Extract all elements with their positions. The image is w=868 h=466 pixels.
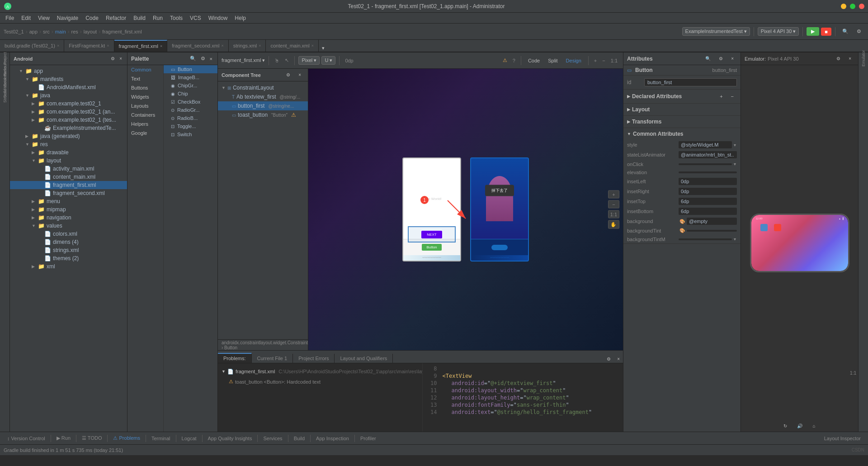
maximize-button[interactable] xyxy=(850,4,855,9)
design-fit-btn[interactable]: 1:1 xyxy=(609,57,619,64)
design-margin-btn[interactable]: 0dp xyxy=(343,57,355,64)
palette-item-checkbox[interactable]: ☑ CheckBox xyxy=(164,98,217,106)
palette-cat-common[interactable]: Common xyxy=(127,65,163,74)
comp-constraint-layout[interactable]: ▼ ⊞ ConstraintLayout xyxy=(218,83,308,92)
fit-canvas-btn[interactable]: 1:1 xyxy=(608,210,619,219)
attr-close-btn[interactable]: × xyxy=(728,55,737,62)
profiler-btn[interactable]: Profiler xyxy=(357,435,380,442)
tree-item-fragment-second[interactable]: ▶ 📄 fragment_second.xml xyxy=(10,189,127,197)
palette-settings-button[interactable]: ⚙ xyxy=(199,55,207,62)
attr-value-backgroundtintm[interactable] xyxy=(679,238,732,240)
palette-item-chip[interactable]: ◉ Chip xyxy=(164,90,217,98)
menu-vcs[interactable]: VCS xyxy=(186,14,205,22)
run-config-dropdown[interactable]: ExampleInstrumentedTest ▾ xyxy=(682,27,750,36)
tree-item-navigation[interactable]: ▶ 📁 navigation xyxy=(10,214,127,222)
breadcrumb-layout[interactable]: layout xyxy=(84,29,97,34)
attr-dropdown-btn[interactable]: ▾ xyxy=(733,142,737,148)
attr-dropdown-btn-onclick[interactable]: ▾ xyxy=(733,161,737,167)
tree-item-drawable[interactable]: ▶ 📁 drawable xyxy=(10,148,127,157)
tab-close-icon[interactable]: × xyxy=(107,43,109,48)
remove-attr-btn[interactable]: − xyxy=(728,92,737,100)
breadcrumb-test02[interactable]: Test02_1 xyxy=(4,29,24,34)
comp-toast-button[interactable]: ▶ ▭ toast_button "Button" ⚠ xyxy=(218,110,308,119)
menu-edit[interactable]: Edit xyxy=(18,14,34,22)
palette-cat-buttons[interactable]: Buttons xyxy=(127,83,163,92)
comp-button-first[interactable]: ▶ ▭ button_first @string/ne... xyxy=(218,101,308,110)
layout-inspector-btn[interactable]: Layout Inspector xyxy=(821,435,864,442)
tab-content-main-xml[interactable]: content_main.xml × xyxy=(266,40,318,52)
tree-item-fragment-first[interactable]: ▶ 📄 fragment_first.xml xyxy=(10,181,127,189)
build-dock-btn[interactable]: Build xyxy=(290,435,308,442)
services-btn[interactable]: Services xyxy=(259,435,286,442)
tree-item-xml[interactable]: ▶ 📁 xml xyxy=(10,262,127,271)
tab-close-icon[interactable]: × xyxy=(160,44,162,48)
emulator-home-btn[interactable]: ⌂ xyxy=(809,422,818,430)
menu-navigate[interactable]: Navigate xyxy=(53,14,82,22)
attr-settings-btn[interactable]: ⚙ xyxy=(716,55,726,62)
attr-paint-icon-tint[interactable]: 🎨 xyxy=(679,228,686,233)
tab-fragment-first-xml[interactable]: fragment_first.xml × xyxy=(114,40,168,52)
design-warn-btn[interactable]: ⚠ xyxy=(501,57,509,64)
breadcrumb-file[interactable]: fragment_first.xml xyxy=(102,29,142,34)
problem-file-item[interactable]: ▼ 📄 fragment_first.xml C:\Users\HP\Andro… xyxy=(220,365,420,378)
problems-dock-btn[interactable]: ⚠ Problems xyxy=(109,434,144,442)
palette-cat-layouts[interactable]: Layouts xyxy=(127,101,163,110)
version-control-btn[interactable]: ↕ Version Control xyxy=(4,435,49,442)
tree-item-res[interactable]: ▼ 📁 res xyxy=(10,140,127,148)
tree-item-manifests[interactable]: ▼ 📁 manifests xyxy=(10,75,127,83)
attr-dropdown-btn-bgtintm[interactable]: ▾ xyxy=(733,236,737,242)
tab-first-fragment-kt[interactable]: FirstFragment.kt × xyxy=(64,40,114,52)
tab-close-icon[interactable]: × xyxy=(259,43,261,48)
tab-project-errors[interactable]: Project Errors xyxy=(293,354,335,363)
design-api-dropdown[interactable]: U ▾ xyxy=(321,56,335,65)
common-attributes-header[interactable]: ▼ Common Attributes xyxy=(623,128,741,140)
menu-window[interactable]: Window xyxy=(205,14,231,22)
device-dropdown[interactable]: Pixel 4 API 30 ▾ xyxy=(758,27,799,36)
design-mode-btn[interactable]: 🖱 xyxy=(273,57,281,64)
palette-item-button[interactable]: ▭ Button xyxy=(164,65,217,73)
tree-item-java[interactable]: ▼ 📁 java xyxy=(10,91,127,100)
component-tree-close-btn[interactable]: × xyxy=(295,71,304,79)
tree-item-package2[interactable]: ▶ 📁 com.example.test02_1 (an... xyxy=(10,108,127,116)
emulator-rotate-btn[interactable]: ↻ xyxy=(780,422,790,430)
design-design-btn[interactable]: Design xyxy=(563,57,585,65)
menu-build[interactable]: Build xyxy=(130,14,149,22)
tree-item-dimens[interactable]: ▶ 📄 dimens (4) xyxy=(10,238,127,246)
attr-value-insetbottom[interactable]: 6dp xyxy=(679,208,737,215)
problems-settings-btn[interactable]: ⚙ xyxy=(604,355,614,363)
app-inspection-btn[interactable]: App Inspection xyxy=(312,435,353,442)
tab-close-icon[interactable]: × xyxy=(221,43,223,48)
comp-textview-first[interactable]: ▶ T Ab textview_first @string/... xyxy=(218,92,308,101)
design-zoom-out-btn[interactable]: − xyxy=(600,57,607,64)
sidebar-close-button[interactable]: × xyxy=(118,56,123,62)
tree-item-values[interactable]: ▼ 📁 values xyxy=(10,222,127,230)
sidebar-settings-button[interactable]: ⚙ xyxy=(109,56,116,62)
tab-layout-qualifiers[interactable]: Layout and Qualifiers xyxy=(335,354,393,363)
more-tabs-button[interactable]: ▾ xyxy=(319,45,328,52)
tree-item-exampleinstrumented[interactable]: ▶ ☕ ExampleInstrumentedTe... xyxy=(10,124,127,132)
tree-item-androidmanifest[interactable]: ▶ 📄 AndroidManifest.xml xyxy=(10,83,127,91)
structure-icon[interactable]: Structure xyxy=(1,90,9,99)
design-zoom-in-btn[interactable]: + xyxy=(592,57,599,64)
emulator-side-icon[interactable]: Emulator xyxy=(859,54,868,62)
stop-button[interactable]: ■ xyxy=(821,28,831,36)
menu-run[interactable]: Run xyxy=(149,14,166,22)
tab-fragment-second-xml[interactable]: fragment_second.xml × xyxy=(167,40,228,52)
emulator-close-btn[interactable]: × xyxy=(845,55,854,62)
design-code-btn[interactable]: Code xyxy=(525,57,543,65)
layout-section-header[interactable]: ▶ Layout xyxy=(623,104,741,115)
tab-strings-xml[interactable]: strings.xml × xyxy=(229,40,266,52)
attr-value-statelistanimator[interactable]: @animator/mtrl_btn_st.. xyxy=(679,151,737,158)
palette-cat-helpers[interactable]: Helpers xyxy=(127,119,163,128)
todo-btn[interactable]: ☰ TODO xyxy=(78,434,105,442)
zoom-out-canvas-btn[interactable]: − xyxy=(608,200,619,209)
attr-value-style[interactable]: @style/Widget.M xyxy=(679,141,732,148)
tree-item-menu[interactable]: ▶ 📁 menu xyxy=(10,197,127,205)
attr-value-insetright[interactable]: 0dp xyxy=(679,188,737,195)
attr-value-insetleft[interactable]: 0dp xyxy=(679,178,737,185)
breadcrumb-main[interactable]: main xyxy=(55,29,66,34)
tree-item-app[interactable]: ▼ 📁 app xyxy=(10,67,127,75)
component-tree-settings-btn[interactable]: ⚙ xyxy=(283,71,293,79)
attr-search-btn[interactable]: 🔍 xyxy=(702,55,714,62)
design-canvas[interactable]: Hello World! NEXT Button 〰〰〰〰〰〰〰 1 xyxy=(308,69,623,350)
